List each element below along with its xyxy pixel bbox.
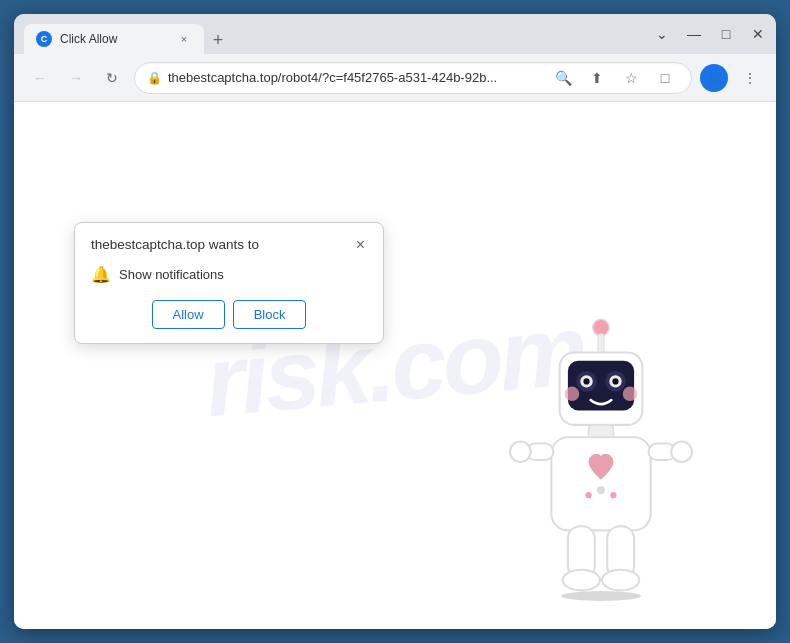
tab-bar: C Click Allow × +	[24, 14, 646, 54]
svg-rect-13	[551, 437, 650, 530]
svg-rect-1	[598, 334, 604, 355]
svg-point-11	[623, 387, 637, 401]
svg-point-23	[585, 492, 591, 498]
svg-point-24	[610, 492, 616, 498]
window-controls: ⌄ — □ ✕	[654, 26, 766, 42]
svg-point-15	[510, 441, 531, 462]
svg-point-22	[597, 486, 605, 494]
allow-button[interactable]: Allow	[152, 300, 225, 329]
svg-point-10	[565, 387, 579, 401]
browser-window: C Click Allow × + ⌄ — □ ✕ ← → ↻ 🔒 thebes…	[14, 14, 776, 629]
url-text: thebestcaptcha.top/robot4/?c=f45f2765-a5…	[168, 70, 543, 85]
address-bar: ← → ↻ 🔒 thebestcaptcha.top/robot4/?c=f45…	[14, 54, 776, 102]
extensions-icon[interactable]: □	[651, 64, 679, 92]
share-icon[interactable]: ⬆	[583, 64, 611, 92]
tab-close-button[interactable]: ×	[176, 31, 192, 47]
popup-header: thebestcaptcha.top wants to ×	[91, 237, 367, 253]
svg-point-17	[671, 441, 692, 462]
robot-svg	[486, 309, 716, 609]
svg-point-19	[563, 570, 600, 591]
url-actions: 🔍 ⬆ ☆ □	[549, 64, 679, 92]
popup-close-button[interactable]: ×	[354, 237, 367, 253]
minimize-button[interactable]: —	[686, 26, 702, 42]
back-button[interactable]: ←	[26, 64, 54, 92]
lock-icon: 🔒	[147, 71, 162, 85]
title-bar: C Click Allow × + ⌄ — □ ✕	[14, 14, 776, 54]
refresh-button[interactable]: ↻	[98, 64, 126, 92]
url-bar[interactable]: 🔒 thebestcaptcha.top/robot4/?c=f45f2765-…	[134, 62, 692, 94]
menu-button[interactable]: ⋮	[736, 64, 764, 92]
page-content: risk.com thebestcaptcha.top wants to × 🔔…	[14, 102, 776, 629]
robot-illustration	[486, 309, 716, 609]
tab-title: Click Allow	[60, 32, 168, 46]
search-icon[interactable]: 🔍	[549, 64, 577, 92]
notification-label: Show notifications	[119, 267, 224, 282]
bookmark-icon[interactable]: ☆	[617, 64, 645, 92]
svg-point-9	[612, 378, 618, 384]
close-button[interactable]: ✕	[750, 26, 766, 42]
active-tab[interactable]: C Click Allow ×	[24, 24, 204, 54]
notification-popup: thebestcaptcha.top wants to × 🔔 Show not…	[74, 222, 384, 344]
profile-icon: 👤	[707, 71, 722, 85]
profile-button[interactable]: 👤	[700, 64, 728, 92]
chevron-up-icon[interactable]: ⌄	[654, 26, 670, 42]
popup-title: thebestcaptcha.top wants to	[91, 237, 259, 252]
svg-point-8	[583, 378, 589, 384]
popup-buttons: Allow Block	[91, 300, 367, 329]
robot-shadow	[561, 591, 641, 601]
notification-row: 🔔 Show notifications	[91, 265, 367, 284]
forward-button[interactable]: →	[62, 64, 90, 92]
tab-favicon: C	[36, 31, 52, 47]
new-tab-button[interactable]: +	[204, 26, 232, 54]
maximize-button[interactable]: □	[718, 26, 734, 42]
bell-icon: 🔔	[91, 265, 111, 284]
svg-point-21	[602, 570, 639, 591]
block-button[interactable]: Block	[233, 300, 307, 329]
